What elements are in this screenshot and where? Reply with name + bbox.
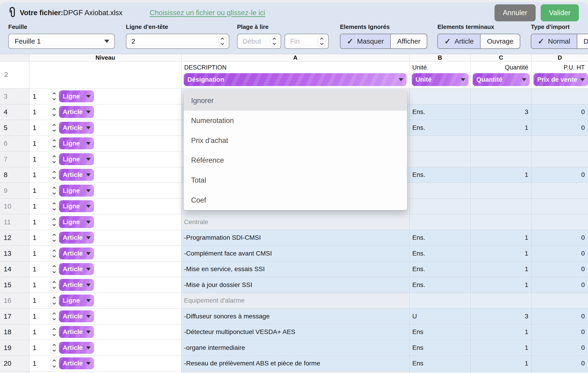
row-type-select[interactable]: Ligne (59, 137, 94, 149)
cancel-button[interactable]: Annuler (494, 4, 536, 21)
niveau-cell: 1 Ligne (29, 371, 181, 373)
row-type-select[interactable]: Article (59, 310, 94, 322)
row-type-select[interactable]: Article (59, 232, 94, 244)
level-stepper[interactable] (50, 90, 58, 102)
level-stepper[interactable] (50, 326, 58, 338)
row-type-select[interactable]: Ligne (59, 294, 94, 306)
price-mapping-select[interactable]: Prix de vente (534, 73, 588, 86)
row-type-select[interactable]: Ligne (59, 185, 94, 197)
import-preview-table: Niveau A B C D 2 DESCRIPTION Désignation… (0, 54, 588, 373)
row-type-select[interactable]: Article (59, 326, 94, 338)
row-type-value: Ligne (59, 187, 80, 194)
dropdown-item[interactable]: Prix d'achat (184, 131, 407, 151)
dropdown-item[interactable]: Numerotation (184, 111, 407, 131)
row-type-select[interactable]: Article (59, 279, 94, 291)
toggle-normal[interactable]: ✓ Normal (531, 34, 577, 48)
chevron-down-icon (86, 331, 91, 333)
row-type-select[interactable]: Ligne (59, 90, 94, 102)
column-header-b: B (410, 54, 471, 61)
row-type-select[interactable]: Article (59, 169, 94, 181)
unit-mapping-select[interactable]: Unité (412, 73, 469, 86)
level-stepper[interactable] (50, 310, 58, 323)
level-stepper[interactable] (50, 279, 58, 291)
toggle-masquer[interactable]: ✓ Masquer (340, 34, 390, 48)
level-value: 1 (29, 297, 50, 304)
level-stepper[interactable] (50, 342, 58, 354)
niveau-cell: 1 Ligne (29, 183, 181, 199)
level-stepper[interactable] (50, 169, 58, 181)
row-type-select[interactable]: Article (59, 263, 94, 275)
chevron-down-icon (52, 270, 56, 273)
level-stepper[interactable] (50, 121, 58, 134)
range-control: Plage à lire (237, 23, 329, 54)
level-stepper[interactable] (50, 153, 58, 165)
dropdown-item[interactable]: Total (184, 171, 407, 190)
level-stepper[interactable] (50, 216, 58, 228)
chevron-down-icon (52, 223, 56, 226)
level-stepper[interactable] (50, 294, 58, 307)
toggle-afficher[interactable]: Afficher (390, 34, 427, 48)
row-type-value: Article (59, 281, 83, 289)
sheet-select[interactable]: Feuille 1 (8, 34, 115, 49)
description-mapping-select[interactable]: Désignation (184, 73, 407, 86)
level-stepper[interactable] (50, 232, 58, 244)
row-number: 9 (0, 183, 29, 199)
row-type-select[interactable]: Article (59, 248, 94, 260)
quantity-mapping-cell: Quantité Quantité (471, 61, 532, 89)
level-stepper[interactable] (50, 357, 58, 370)
table-row: 19 1 Article -organe intermediaire Ens 1… (0, 340, 588, 356)
niveau-cell (29, 61, 181, 89)
chevron-up-icon (320, 38, 323, 41)
level-stepper[interactable] (50, 106, 58, 118)
dropdown-item[interactable]: Ignorer (184, 91, 407, 111)
header-row-input[interactable] (126, 34, 229, 48)
file-name: DPGF Axiobat.xlsx (63, 9, 122, 17)
dropdown-item[interactable]: Coef (184, 190, 407, 210)
mapping-select-value: Unité (412, 76, 431, 83)
table-row: 16 1 Ligne Equipement d'alarme (0, 293, 588, 309)
quantity-cell (471, 183, 532, 199)
row-type-select[interactable]: Ligne (59, 200, 94, 212)
table-row: 15 1 Article -Mise à jour dossier SSI En… (0, 277, 588, 293)
description-cell: -organe intermediaire (181, 340, 410, 356)
quantity-cell: 1 (471, 277, 532, 293)
unit-cell (410, 371, 471, 373)
row-type-value: Article (59, 360, 83, 367)
row-number: 4 (0, 104, 29, 120)
toggle-article[interactable]: ✓ Article (438, 34, 480, 48)
level-stepper[interactable] (50, 137, 58, 150)
toggle-dpfg[interactable]: DPFG (577, 34, 588, 48)
quantity-cell: 1 (471, 120, 532, 136)
table-row: 17 1 Article -Diffuseur sonores à messag… (0, 309, 588, 324)
level-stepper[interactable] (50, 200, 58, 212)
row-number: 14 (0, 262, 29, 277)
row-type-select[interactable]: Ligne (59, 216, 94, 228)
price-cell: 0 (532, 246, 588, 262)
level-stepper[interactable] (50, 263, 58, 275)
terminal-toggle: ✓ Article Ouvrage (437, 34, 520, 49)
level-value: 1 (29, 250, 50, 257)
choose-file-link[interactable]: Choisissez un fichier ou glissez-le ici (149, 9, 265, 17)
level-stepper[interactable] (50, 184, 58, 197)
range-end-stepper[interactable] (318, 36, 326, 47)
row-type-select[interactable]: Article (59, 357, 94, 369)
header-row-stepper[interactable] (218, 36, 226, 47)
toggle-ouvrage[interactable]: Ouvrage (480, 34, 520, 48)
chevron-up-icon (52, 234, 56, 237)
price-cell: 0 (532, 230, 588, 246)
dropdown-item[interactable]: Référence (184, 151, 407, 171)
quantity-cell: 1 (471, 262, 532, 277)
row-type-select[interactable]: Ligne (59, 153, 94, 165)
level-stepper[interactable] (50, 247, 58, 260)
validate-button[interactable]: Valider (541, 4, 579, 21)
row-type-select[interactable]: Article (59, 106, 94, 118)
row-type-select[interactable]: Article (59, 122, 94, 134)
row-type-select[interactable]: Article (59, 342, 94, 354)
row-type-value: Article (59, 250, 83, 257)
niveau-cell: 1 Article (29, 262, 181, 277)
quantity-mapping-select[interactable]: Quantité (473, 73, 530, 86)
level-value: 1 (29, 171, 50, 179)
niveau-cell: 1 Article (29, 356, 181, 372)
chevron-down-icon (52, 348, 56, 352)
range-start-stepper[interactable] (270, 36, 278, 47)
